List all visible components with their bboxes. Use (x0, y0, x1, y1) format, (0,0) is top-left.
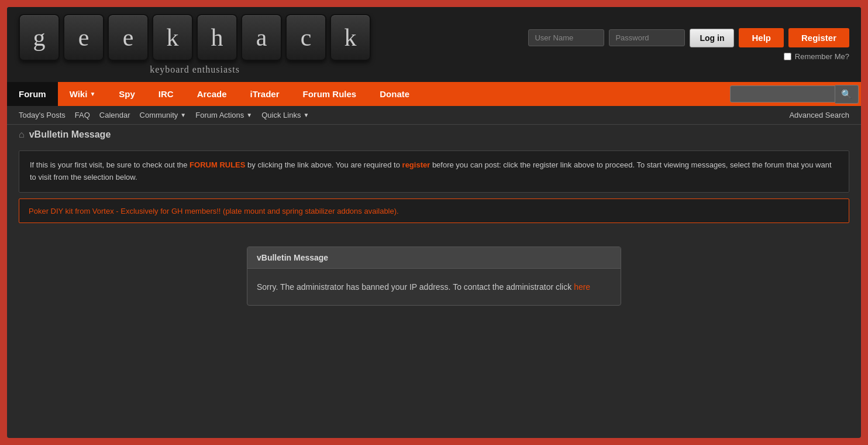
quick-links-dropdown-icon: ▼ (303, 112, 309, 118)
message-body-text: Sorry. The administrator has banned your… (257, 282, 574, 292)
nav-search-button[interactable]: 🔍 (835, 85, 859, 104)
forum-actions-dropdown-icon: ▼ (246, 112, 252, 118)
community-dropdown-icon: ▼ (180, 112, 186, 118)
sub-nav-todays-posts[interactable]: Today's Posts (19, 111, 66, 119)
nav-item-forum[interactable]: Forum (7, 82, 58, 106)
nav-search-input[interactable] (730, 85, 835, 102)
login-area: Log in Help Register Remember Me? (528, 28, 849, 61)
forum-actions-label: Forum Actions (195, 111, 244, 119)
header: g e e k h a c k keyboard enthusiasts Log… (7, 7, 861, 82)
register-button[interactable]: Register (788, 28, 849, 47)
sub-nav-left: Today's Posts FAQ Calendar Community ▼ F… (19, 111, 309, 119)
username-input[interactable] (528, 29, 604, 46)
nav-item-irc[interactable]: IRC (147, 82, 185, 106)
main-nav: Forum Wiki ▼ Spy IRC Arcade iTrader Foru… (7, 82, 861, 106)
message-container: vBulletin Message Sorry. The administrat… (19, 235, 849, 317)
remember-me-label: Remember Me? (795, 52, 849, 61)
message-box-header: vBulletin Message (247, 247, 621, 269)
wiki-dropdown-icon: ▼ (89, 91, 95, 97)
password-input[interactable] (609, 29, 685, 46)
tagline: keyboard enthusiasts (150, 64, 240, 75)
key-k2: k (330, 14, 371, 61)
sub-nav-faq[interactable]: FAQ (75, 111, 90, 119)
sub-nav-community[interactable]: Community ▼ (140, 111, 187, 119)
remember-me-row: Remember Me? (784, 52, 849, 61)
login-button[interactable]: Log in (690, 29, 734, 47)
info-text-before: If this is your first visit, be sure to … (30, 160, 190, 169)
home-icon[interactable]: ⌂ (19, 129, 25, 140)
nav-search-area: 🔍 (730, 85, 861, 104)
outer-border: g e e k h a c k keyboard enthusiasts Log… (0, 0, 868, 445)
login-row: Log in Help Register (528, 28, 849, 47)
nav-item-itrader[interactable]: iTrader (239, 82, 291, 106)
logo-keys: g e e k h a c k (19, 14, 371, 61)
key-e1: e (63, 14, 104, 61)
key-k: k (152, 14, 193, 61)
inner-wrapper: g e e k h a c k keyboard enthusiasts Log… (7, 7, 861, 438)
key-g: g (19, 14, 60, 61)
nav-wiki-label: Wiki (70, 89, 88, 99)
nav-item-spy[interactable]: Spy (107, 82, 147, 106)
content-area: If this is your first visit, be sure to … (7, 145, 861, 323)
quick-links-label: Quick Links (261, 111, 301, 119)
breadcrumb: ⌂ vBulletin Message (7, 125, 861, 145)
community-label: Community (140, 111, 178, 119)
message-box-body: Sorry. The administrator has banned your… (247, 269, 621, 305)
register-inline-link[interactable]: register (402, 160, 430, 169)
nav-item-arcade[interactable]: Arcade (185, 82, 239, 106)
sub-nav-quick-links[interactable]: Quick Links ▼ (261, 111, 309, 119)
key-h: h (197, 14, 237, 61)
logo-area: g e e k h a c k keyboard enthusiasts (19, 14, 371, 75)
remember-me-checkbox[interactable] (784, 53, 791, 60)
advanced-search[interactable]: Advanced Search (789, 111, 849, 119)
help-button[interactable]: Help (739, 28, 784, 47)
here-link[interactable]: here (574, 282, 590, 292)
notice-box: Poker DIY kit from Vortex - Exclusively … (19, 198, 849, 223)
nav-item-donate[interactable]: Donate (368, 82, 421, 106)
page-title: vBulletin Message (29, 129, 111, 140)
info-text-middle: by clicking the link above. You are requ… (245, 160, 402, 169)
nav-item-wiki[interactable]: Wiki ▼ (58, 82, 108, 106)
sub-nav: Today's Posts FAQ Calendar Community ▼ F… (7, 106, 861, 125)
notice-link[interactable]: Poker DIY kit from Vortex - Exclusively … (29, 207, 399, 215)
nav-item-forum-rules[interactable]: Forum Rules (291, 82, 368, 106)
sub-nav-forum-actions[interactable]: Forum Actions ▼ (195, 111, 252, 119)
message-box: vBulletin Message Sorry. The administrat… (247, 247, 621, 306)
key-a: a (241, 14, 282, 61)
forum-rules-link[interactable]: FORUM RULES (190, 160, 245, 169)
key-c: c (285, 14, 326, 61)
info-box: If this is your first visit, be sure to … (19, 150, 849, 193)
key-e2: e (108, 14, 149, 61)
sub-nav-calendar[interactable]: Calendar (99, 111, 130, 119)
